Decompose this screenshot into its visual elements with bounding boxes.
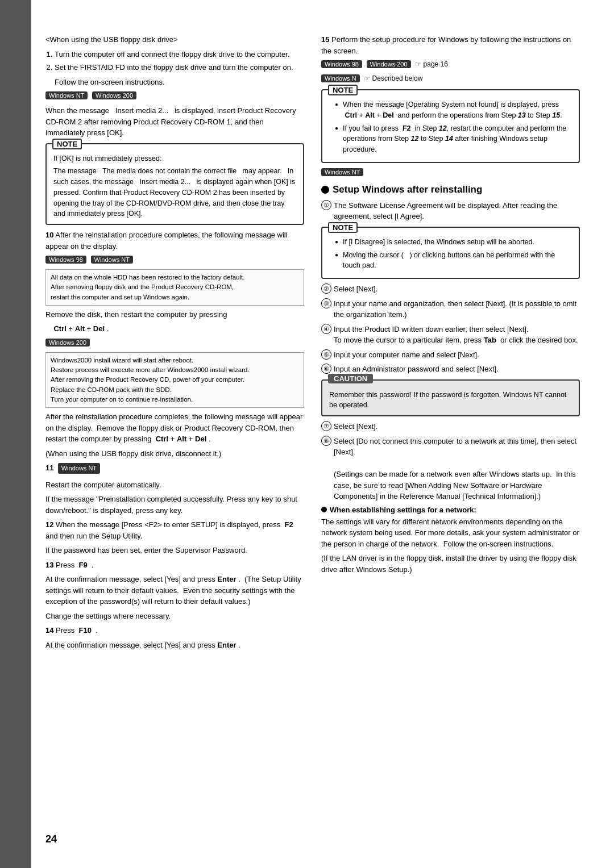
step-num-7: ⑦ bbox=[321, 421, 331, 431]
step-r3: ③ Input your name and organization, then… bbox=[321, 298, 580, 320]
note-item: When the message [Operating System not f… bbox=[335, 99, 572, 121]
step-r8-text: Select [Do not connect this computer to … bbox=[334, 436, 580, 502]
win98-badge-r: Windows 98 bbox=[321, 60, 362, 68]
setup-heading-text: Setup Windows after reinstalling bbox=[333, 184, 482, 195]
infobox-line: All data on the whole HDD has been resto… bbox=[51, 273, 299, 282]
usb-steps-list: Turn the computer off and connect the fl… bbox=[55, 49, 304, 73]
winnt-badge-setup: Windows NT bbox=[321, 168, 363, 176]
step15-text: 15 Perform the setup procedure for Windo… bbox=[321, 34, 580, 56]
badge-row-3: Windows 200 bbox=[45, 338, 304, 349]
infobox-line: Windows2000 install wizard will start af… bbox=[51, 356, 299, 365]
step14-text: 14 Press F10 . bbox=[45, 625, 304, 636]
note-title-1: NOTE bbox=[52, 139, 82, 149]
step-r7: ⑦ Select [Next]. bbox=[321, 421, 580, 432]
infobox-line: After removing floppy disk and the Produ… bbox=[51, 282, 299, 292]
infobox-line: Turn your computer on to continue re-ins… bbox=[51, 395, 299, 404]
step-r5: ⑤ Input your computer name and select [N… bbox=[321, 349, 580, 361]
step-r8: ⑧ Select [Do not connect this computer t… bbox=[321, 436, 580, 502]
two-column-layout: <When using the USB floppy disk drive> T… bbox=[45, 34, 580, 834]
note-line: The message The media does not contain t… bbox=[53, 166, 296, 219]
step-r1: ① The Software License Agreement will be… bbox=[321, 200, 580, 222]
note-content-1: If [OK] is not immediately pressed: The … bbox=[53, 153, 296, 220]
left-column: <When using the USB floppy disk drive> T… bbox=[45, 34, 304, 834]
badge-row-2: Windows 98 Windows NT bbox=[45, 255, 304, 266]
heading-bullet bbox=[321, 186, 329, 194]
step-r5-text: Input your computer name and select [Nex… bbox=[334, 349, 580, 361]
infobox-line: restart the computer and set up Windows … bbox=[51, 293, 299, 302]
step-num-5: ⑤ bbox=[321, 349, 331, 360]
step11-line: 11 Windows NT bbox=[45, 462, 304, 476]
note-box-3: NOTE If [I Disagree] is selected, the Wi… bbox=[321, 227, 580, 279]
note-line: If [OK] is not immediately pressed: bbox=[53, 153, 296, 164]
windowsnt-badge: Windows NT bbox=[91, 256, 133, 264]
step-num-3: ③ bbox=[321, 298, 331, 308]
caution-title: CAUTION bbox=[328, 374, 373, 383]
note-item: If you fail to press F2 in Step 12, rest… bbox=[335, 123, 572, 155]
windows-200-badge: Windows 200 bbox=[92, 91, 136, 99]
infobox-2: Windows2000 install wizard will start af… bbox=[45, 352, 304, 408]
network-para2: (If the LAN driver is in the floppy disk… bbox=[321, 553, 580, 575]
infobox-line: After removing the Product Recovery CD, … bbox=[51, 375, 299, 385]
network-bullet-text: When establishing settings for a network… bbox=[330, 506, 476, 514]
note-item: Moving the cursor ( ) or clicking button… bbox=[335, 250, 572, 272]
step-r4-text: Input the Product ID written down earlie… bbox=[334, 324, 580, 346]
windows-nt-badge-11: Windows NT bbox=[58, 463, 100, 474]
insert-media-para: When the message Insert media 2... is di… bbox=[45, 105, 304, 139]
step-r7-text: Select [Next]. bbox=[334, 421, 580, 432]
note-list-2: When the message [Operating System not f… bbox=[335, 99, 572, 155]
right-column: 15 Perform the setup procedure for Windo… bbox=[321, 34, 580, 834]
note-title-3: NOTE bbox=[328, 222, 358, 233]
page: <When using the USB floppy disk drive> T… bbox=[0, 0, 614, 868]
step11-text: Restart the computer automatically. bbox=[45, 479, 304, 491]
step13-text: 13 Press F9 . bbox=[45, 560, 304, 571]
badge-row-winN: Windows N ☞ Described below bbox=[321, 74, 580, 85]
setup-heading: Setup Windows after reinstalling bbox=[321, 184, 580, 195]
step-r1-text: The Software License Agreement will be d… bbox=[334, 200, 580, 222]
remove-disk-text: Remove the disk, then restart the comput… bbox=[45, 309, 304, 320]
win200-badge-r: Windows 200 bbox=[367, 60, 411, 68]
step11b-text: If the message "Preinstallation complete… bbox=[45, 494, 304, 516]
step-num-8: ⑧ bbox=[321, 436, 331, 446]
badge-row-right: Windows 98 Windows 200 ☞ page 16 bbox=[321, 60, 580, 70]
step14b-text: At the confirmation message, select [Yes… bbox=[45, 640, 304, 651]
step-r2: ② Select [Next]. bbox=[321, 283, 580, 295]
infobox-line: Restore process will execute more after … bbox=[51, 365, 299, 375]
note-title-2: NOTE bbox=[328, 85, 358, 95]
network-bullet-icon bbox=[321, 507, 327, 512]
winN-badge: Windows N bbox=[321, 74, 360, 82]
badge-winnt-row: Windows NT bbox=[321, 168, 580, 178]
step-num-2: ② bbox=[321, 283, 331, 294]
windows98-badge: Windows 98 bbox=[45, 256, 86, 264]
step12-text: 12 When the message [Press <F2> to enter… bbox=[45, 519, 304, 541]
note-box-1: NOTE If [OK] is not immediately pressed:… bbox=[45, 143, 304, 226]
follow-instructions: Follow the on-screen instructions. bbox=[55, 77, 304, 88]
left-sidebar-bar bbox=[0, 0, 31, 868]
page-ref-text: ☞ page 16 bbox=[415, 60, 448, 68]
list-item: Turn the computer off and connect the fl… bbox=[55, 49, 304, 60]
windows200-badge: Windows 200 bbox=[45, 339, 90, 347]
step-num-4: ④ bbox=[321, 324, 331, 334]
network-para1: The settings will vary for different net… bbox=[321, 516, 580, 550]
step10-num: 10 bbox=[45, 231, 53, 239]
infobox-1: All data on the whole HDD has been resto… bbox=[45, 269, 304, 306]
step-r2-text: Select [Next]. bbox=[334, 283, 580, 295]
step-r6: ⑥ Input an Administrator password and se… bbox=[321, 364, 580, 375]
step13b-text: At the confirmation message, select [Yes… bbox=[45, 574, 304, 607]
badge-row-1: Windows NT Windows 200 bbox=[45, 91, 304, 102]
page-number: 24 bbox=[45, 833, 57, 845]
reinstall-para2: After the reinstallation procedure compl… bbox=[45, 411, 304, 445]
usb-intro: <When using the USB floppy disk drive> bbox=[45, 34, 304, 45]
ctrl-alt-del-1: Ctrl + Alt + Del . bbox=[45, 323, 304, 335]
list-item: Set the FIRSTAID FD into the floppy disk… bbox=[55, 62, 304, 73]
note-item: If [I Disagree] is selected, the Windows… bbox=[335, 237, 572, 248]
step10-text: 10 After the reinstallation procedure co… bbox=[45, 229, 304, 252]
windows-nt-badge: Windows NT bbox=[45, 91, 88, 99]
infobox-line: Replace the CD-ROM pack with the SDD. bbox=[51, 385, 299, 395]
note-list-3: If [I Disagree] is selected, the Windows… bbox=[335, 237, 572, 271]
caution-box: CAUTION Remember this password! If the p… bbox=[321, 379, 580, 417]
usb-disconnect: (When using the USB floppy disk drive, d… bbox=[45, 448, 304, 460]
step-r4: ④ Input the Product ID written down earl… bbox=[321, 324, 580, 346]
step-num-6: ⑥ bbox=[321, 364, 331, 374]
caution-content: Remember this password! If the password … bbox=[329, 390, 572, 411]
step-r6-text: Input an Administrator password and sele… bbox=[334, 364, 580, 375]
